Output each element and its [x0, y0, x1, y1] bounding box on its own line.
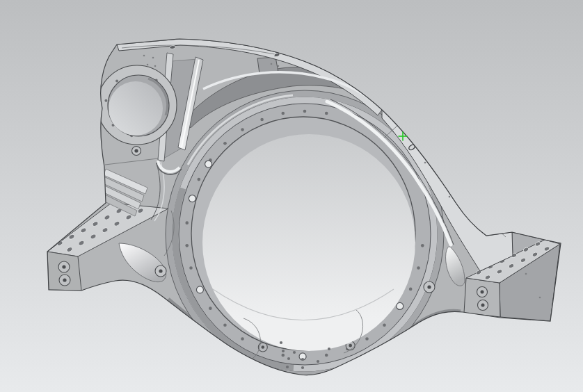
hole-feature: [104, 99, 107, 102]
hole-feature: [525, 273, 527, 275]
bore-inner-light: [202, 134, 415, 351]
hole-feature: [325, 354, 328, 357]
hole-feature: [189, 266, 193, 270]
bearing-boss: [97, 65, 177, 145]
hole-feature: [189, 195, 195, 202]
hole-feature: [325, 112, 328, 115]
hole-feature: [293, 351, 296, 354]
hole-feature: [205, 161, 212, 168]
hole-feature: [115, 80, 118, 83]
hole-feature: [278, 65, 280, 67]
hole-feature: [417, 266, 420, 270]
hole-feature: [317, 360, 319, 363]
hole-feature: [281, 112, 285, 115]
hole-feature: [154, 65, 157, 67]
hole-feature: [63, 278, 66, 281]
hole-feature: [349, 344, 352, 348]
hole-feature: [383, 324, 386, 327]
hole-feature: [280, 341, 282, 344]
hole-feature: [143, 55, 145, 57]
hole-feature: [241, 337, 244, 341]
hole-feature: [427, 285, 431, 288]
model-canvas[interactable]: [0, 0, 583, 392]
hole-feature: [261, 345, 264, 349]
hole-feature: [223, 324, 227, 327]
hole-feature: [198, 178, 201, 181]
boss-bore-inner: [109, 81, 163, 136]
hole-feature: [159, 269, 162, 272]
hole-feature: [260, 118, 264, 122]
hole-feature: [301, 358, 304, 361]
hole-feature: [271, 63, 273, 65]
hole-feature: [62, 265, 65, 268]
cad-viewport[interactable]: [0, 0, 583, 392]
hole-feature: [185, 244, 189, 247]
hole-feature: [209, 307, 212, 310]
hole-feature: [421, 244, 424, 247]
hole-feature: [409, 288, 413, 291]
hole-feature: [539, 297, 541, 299]
hole-feature: [301, 366, 304, 369]
hole-feature: [481, 304, 485, 307]
hole-feature: [424, 162, 426, 164]
hole-feature: [134, 149, 138, 152]
hole-feature: [147, 64, 149, 66]
hole-feature: [223, 142, 227, 145]
hole-feature: [286, 366, 289, 368]
hole-feature: [449, 196, 451, 198]
hole-feature: [281, 354, 285, 357]
hole-feature: [365, 337, 369, 341]
hole-feature: [152, 57, 154, 59]
hole-feature: [397, 302, 404, 309]
hole-feature: [282, 350, 285, 352]
hole-feature: [481, 291, 484, 294]
hole-feature: [196, 286, 203, 293]
hole-feature: [185, 221, 189, 224]
hole-feature: [328, 348, 330, 350]
hole-feature: [241, 128, 244, 131]
hole-feature: [287, 357, 290, 360]
hole-feature: [303, 110, 307, 113]
